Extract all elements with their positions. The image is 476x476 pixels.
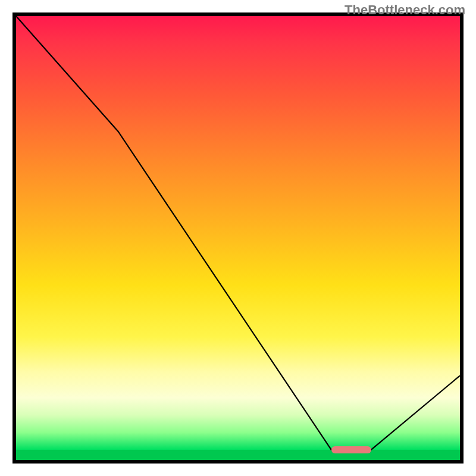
watermark-text: TheBottleneck.com	[345, 2, 465, 18]
chart-frame	[12, 12, 464, 464]
optimum-range-marker	[331, 446, 371, 453]
plot-area	[16, 16, 460, 460]
curve-path	[16, 16, 460, 450]
bottleneck-curve	[16, 16, 460, 460]
